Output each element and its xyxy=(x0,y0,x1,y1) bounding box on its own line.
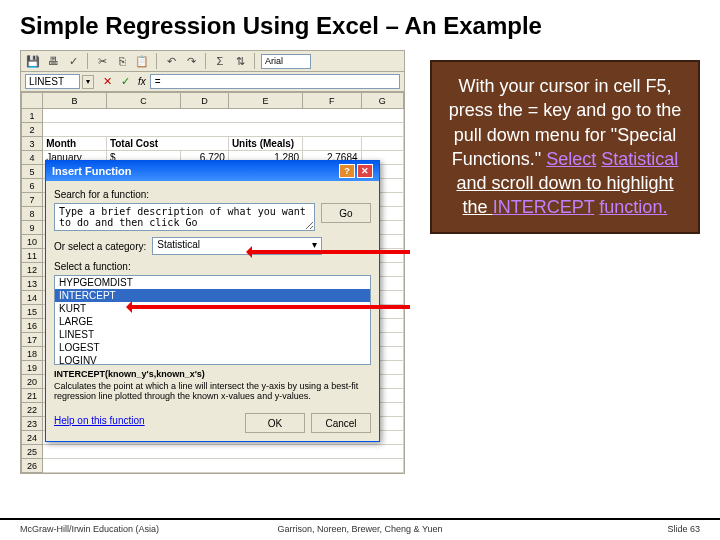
formula-input[interactable] xyxy=(150,74,400,89)
instruction-callout: With your cursor in cell F5, press the =… xyxy=(430,60,700,234)
autosum-icon[interactable]: Σ xyxy=(212,53,228,69)
chevron-down-icon: ▾ xyxy=(312,239,317,250)
function-item[interactable]: HYPGEOMDIST xyxy=(55,276,370,289)
dialog-title-text: Insert Function xyxy=(52,165,131,177)
sort-icon[interactable]: ⇅ xyxy=(232,53,248,69)
footer-right: Slide 63 xyxy=(667,524,700,534)
help-icon[interactable]: ? xyxy=(339,164,355,178)
function-item[interactable]: LOGEST xyxy=(55,341,370,354)
footer-center: Garrison, Noreen, Brewer, Cheng & Yuen xyxy=(278,524,443,534)
function-list[interactable]: HYPGEOMDIST INTERCEPT KURT LARGE LINEST … xyxy=(54,275,371,365)
function-item-selected[interactable]: INTERCEPT xyxy=(55,289,370,302)
separator xyxy=(254,53,255,69)
cancel-button[interactable]: Cancel xyxy=(311,413,371,433)
cancel-formula-icon[interactable]: ✕ xyxy=(100,75,114,89)
help-link[interactable]: Help on this function xyxy=(54,415,145,426)
function-list-label: Select a function: xyxy=(54,261,371,272)
category-label: Or select a category: xyxy=(54,241,146,252)
name-box-dropdown-icon[interactable]: ▾ xyxy=(82,75,94,89)
redo-icon[interactable]: ↷ xyxy=(183,53,199,69)
function-signature: INTERCEPT(known_y's,known_x's) xyxy=(54,369,371,379)
pointer-arrow xyxy=(130,305,410,309)
function-item[interactable]: LINEST xyxy=(55,328,370,341)
page-title: Simple Regression Using Excel – An Examp… xyxy=(0,0,720,48)
function-item[interactable]: LOGINV xyxy=(55,354,370,365)
spellcheck-icon[interactable]: ✓ xyxy=(65,53,81,69)
font-name-input[interactable] xyxy=(261,54,311,69)
column-headers: B C D E F G xyxy=(22,93,404,109)
copy-icon[interactable]: ⎘ xyxy=(114,53,130,69)
separator xyxy=(205,53,206,69)
search-label: Search for a function: xyxy=(54,189,371,200)
function-description: Calculates the point at which a line wil… xyxy=(54,381,371,401)
excel-toolbar: 💾 🖶 ✓ ✂ ⎘ 📋 ↶ ↷ Σ ⇅ xyxy=(20,50,405,72)
ok-button[interactable]: OK xyxy=(245,413,305,433)
separator xyxy=(87,53,88,69)
search-input[interactable]: Type a brief description of what you wan… xyxy=(54,203,315,231)
function-item[interactable]: LARGE xyxy=(55,315,370,328)
pointer-arrow xyxy=(250,250,410,254)
go-button[interactable]: Go xyxy=(321,203,371,223)
footer-left: McGraw-Hill/Irwin Education (Asia) xyxy=(20,524,159,534)
paste-icon[interactable]: 📋 xyxy=(134,53,150,69)
print-icon[interactable]: 🖶 xyxy=(45,53,61,69)
cell-reference-input[interactable] xyxy=(25,74,80,89)
separator xyxy=(156,53,157,69)
cut-icon[interactable]: ✂ xyxy=(94,53,110,69)
close-icon[interactable]: ✕ xyxy=(357,164,373,178)
insert-function-dialog: Insert Function ? ✕ Search for a functio… xyxy=(45,160,380,442)
slide-footer: McGraw-Hill/Irwin Education (Asia) Garri… xyxy=(0,518,720,534)
dialog-titlebar[interactable]: Insert Function ? ✕ xyxy=(46,161,379,181)
save-icon[interactable]: 💾 xyxy=(25,53,41,69)
fx-label[interactable]: fx xyxy=(138,76,146,87)
undo-icon[interactable]: ↶ xyxy=(163,53,179,69)
enter-formula-icon[interactable]: ✓ xyxy=(118,75,132,89)
formula-bar: ▾ ✕ ✓ fx xyxy=(20,72,405,92)
